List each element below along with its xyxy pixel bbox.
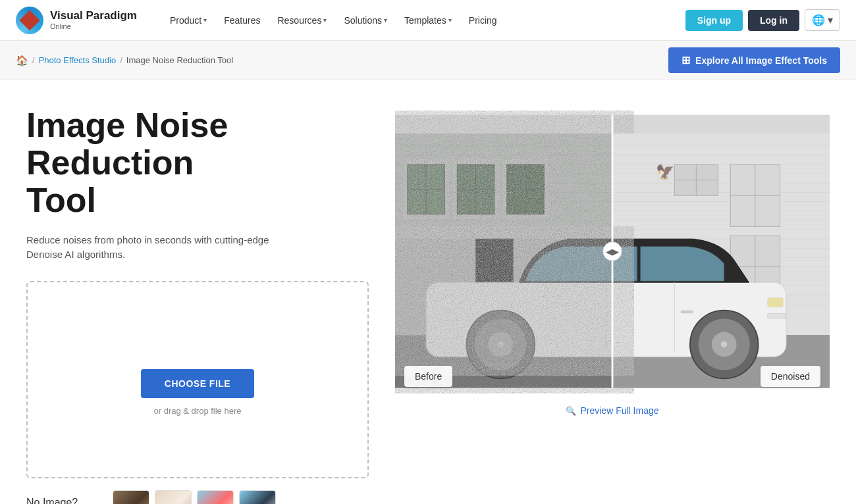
sample-text: No Image? Try one of these: (26, 497, 105, 504)
breadcrumb-current: Image Noise Reduction Tool (126, 55, 233, 65)
breadcrumb-sep-2: / (120, 55, 122, 65)
preview-full-link[interactable]: 🔍 Preview Full Image (395, 405, 830, 416)
zoom-icon: 🔍 (566, 406, 576, 416)
svg-rect-78 (768, 298, 784, 307)
logo-globe-icon (16, 7, 43, 34)
svg-rect-43 (408, 164, 445, 214)
svg-point-74 (721, 341, 727, 347)
sample-section: No Image? Try one of these: (26, 490, 369, 504)
nav-templates[interactable]: Templates ▾ (398, 11, 458, 30)
nav-solutions[interactable]: Solutions ▾ (337, 11, 394, 30)
denoised-label: Denoised (761, 366, 820, 387)
svg-text:◀▶: ◀▶ (606, 247, 619, 257)
breadcrumb: 🏠 / Photo Effects Studio / Image Noise R… (16, 55, 233, 66)
svg-rect-80 (395, 239, 612, 363)
choose-file-button[interactable]: CHOOSE FILE (141, 369, 254, 398)
svg-rect-79 (768, 313, 786, 318)
resources-arrow-icon: ▾ (323, 16, 327, 24)
nav-product[interactable]: Product ▾ (163, 11, 213, 30)
sample-images (113, 490, 276, 504)
explore-button[interactable]: ⊞ Explore All Image Effect Tools (668, 47, 840, 73)
nav-links: Product ▾ Features Resources ▾ Solutions… (163, 11, 685, 30)
breadcrumb-home-icon[interactable]: 🏠 (16, 55, 28, 66)
page-title: Image Noise Reduction Tool (26, 107, 369, 220)
breadcrumb-sep-1: / (32, 55, 35, 65)
main-content: Image Noise Reduction Tool Reduce noises… (0, 80, 856, 504)
login-button[interactable]: Log in (748, 10, 799, 31)
preview-image: 🦅 (395, 107, 830, 396)
page-description: Reduce noises from photo in seconds with… (26, 233, 369, 263)
svg-rect-47 (457, 164, 495, 214)
product-arrow-icon: ▾ (203, 16, 207, 24)
svg-text:🦅: 🦅 (656, 163, 675, 181)
signup-button[interactable]: Sign up (685, 10, 743, 31)
breadcrumb-bar: 🏠 / Photo Effects Studio / Image Noise R… (0, 41, 856, 80)
drag-drop-label: or drag & drop file here (154, 406, 242, 416)
sample-thumb-4[interactable] (239, 490, 276, 504)
logo[interactable]: Visual Paradigm Online (16, 7, 137, 34)
navbar: Visual Paradigm Online Product ▾ Feature… (0, 0, 856, 41)
templates-arrow-icon: ▾ (448, 16, 452, 24)
left-panel: Image Noise Reduction Tool Reduce noises… (26, 107, 369, 504)
globe-icon: 🌐 (812, 14, 825, 26)
sample-thumb-1[interactable] (113, 490, 149, 504)
car-scene: 🦅 (395, 107, 830, 396)
sample-thumb-2[interactable] (155, 490, 192, 504)
nav-actions: Sign up Log in 🌐 ▾ (685, 9, 840, 31)
solutions-arrow-icon: ▾ (384, 16, 387, 24)
preview-container: 🦅 (395, 107, 830, 396)
sample-thumb-3[interactable] (197, 490, 234, 504)
nav-pricing[interactable]: Pricing (462, 11, 504, 30)
breadcrumb-photo-effects[interactable]: Photo Effects Studio (39, 55, 117, 65)
logo-name: Visual Paradigm (50, 10, 137, 22)
nav-resources[interactable]: Resources ▾ (271, 11, 333, 30)
before-label: Before (404, 366, 452, 387)
upload-area[interactable]: CHOOSE FILE or drag & drop file here (26, 281, 369, 478)
logo-sub: Online (50, 22, 137, 30)
nav-features[interactable]: Features (217, 11, 267, 30)
svg-rect-77 (681, 311, 693, 314)
globe-arrow-icon: ▾ (828, 14, 833, 26)
svg-rect-51 (507, 164, 545, 214)
right-panel: 🦅 (395, 107, 830, 504)
language-button[interactable]: 🌐 ▾ (805, 9, 840, 31)
grid-icon: ⊞ (682, 54, 690, 66)
